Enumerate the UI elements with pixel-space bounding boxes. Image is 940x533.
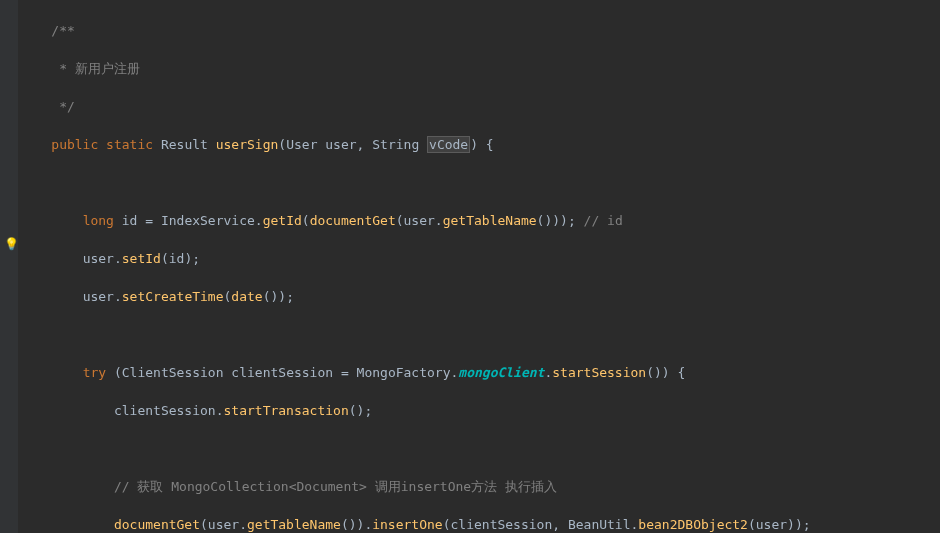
m-setcreatetime: setCreateTime [122,289,224,304]
brace: ) { [470,137,493,152]
code-line [20,173,940,192]
m-insertone: insertOne [372,517,442,532]
m-gettablename: getTableName [247,517,341,532]
m-documentget: documentGet [114,517,200,532]
code-line: user.setCreateTime(date()); [20,287,940,306]
kw-try: try [83,365,106,380]
kw-public: public [51,137,98,152]
type-clientsession: ClientSession [122,365,224,380]
code-line: try (ClientSession clientSession = Mongo… [20,363,940,382]
v-user: user [83,289,114,304]
code-line: long id = IndexService.getId(documentGet… [20,211,940,230]
type-string: String [372,137,419,152]
code-line: // 获取 MongoCollection<Document> 调用insert… [20,477,940,496]
code-line: clientSession.startTransaction(); [20,401,940,420]
v-user: user [83,251,114,266]
cls-beanutil: BeanUtil [568,517,631,532]
type-user: User [286,137,317,152]
code-line: public static Result userSign(User user,… [20,135,940,154]
cls-indexservice: IndexService [161,213,255,228]
kw-long: long [83,213,114,228]
comment-getcollection: // 获取 MongoCollection<Document> 调用insert… [114,479,557,494]
f-mongoclient: mongoClient [458,365,544,380]
lightbulb-icon[interactable]: 💡 [4,235,19,254]
method-userSign: userSign [216,137,279,152]
v-id: id [169,251,185,266]
comment-id: // id [584,213,623,228]
m-date: date [231,289,262,304]
code-line: */ [20,97,940,116]
v-user: user [756,517,787,532]
code-line: user.setId(id); [20,249,940,268]
editor-gutter: 💡 [0,0,18,533]
javadoc-open: /** [20,23,75,38]
m-gettablename: getTableName [443,213,537,228]
param-user: user [325,137,356,152]
code-line: documentGet(user.getTableName()).insertO… [20,515,940,533]
cls-mongofactory: MongoFactory [357,365,451,380]
param-vcode-highlight: vCode [427,136,470,153]
javadoc-close: */ [20,99,75,114]
m-getid: getId [263,213,302,228]
v-clientsession: clientSession [451,517,553,532]
var-id: id [122,213,138,228]
v-user: user [208,517,239,532]
code-line [20,325,940,344]
code-editor-area[interactable]: /** * 新用户注册 */ public static Result user… [0,0,940,533]
m-starttransaction: startTransaction [224,403,349,418]
code-line: /** [20,21,940,40]
v-clientsession: clientSession [231,365,333,380]
v-user: user [404,213,435,228]
code-line: * 新用户注册 [20,59,940,78]
type-result: Result [161,137,208,152]
m-bean2dbobject2: bean2DBObject2 [638,517,748,532]
m-setid: setId [122,251,161,266]
javadoc-text: * 新用户注册 [20,61,140,76]
kw-static: static [106,137,153,152]
v-clientsession: clientSession [114,403,216,418]
m-documentget: documentGet [310,213,396,228]
code-line [20,439,940,458]
m-startsession: startSession [552,365,646,380]
